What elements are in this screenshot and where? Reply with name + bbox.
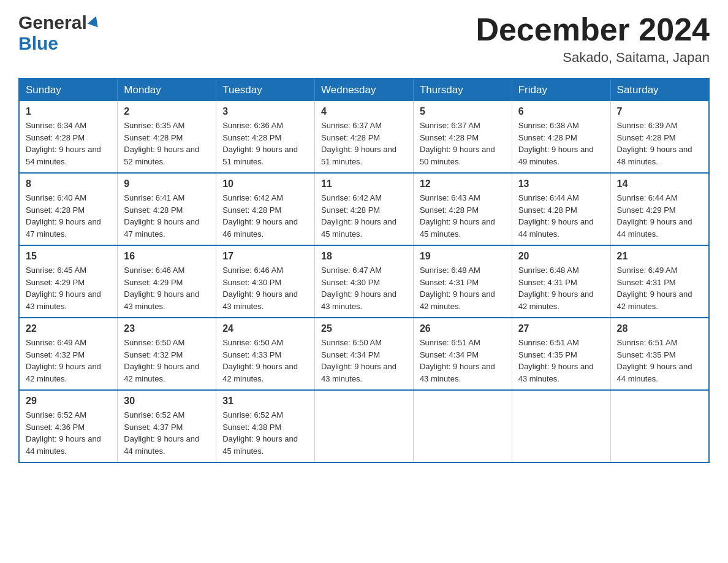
calendar-header-sunday: Sunday [19,79,118,101]
calendar-cell: 31 Sunrise: 6:52 AMSunset: 4:38 PMDaylig… [216,390,315,462]
calendar-week-row: 22 Sunrise: 6:49 AMSunset: 4:32 PMDaylig… [19,318,709,390]
page-header: General Blue December 2024 Sakado, Saita… [18,12,710,66]
day-info: Sunrise: 6:48 AMSunset: 4:31 PMDaylight:… [518,264,604,312]
calendar-cell: 9 Sunrise: 6:41 AMSunset: 4:28 PMDayligh… [118,173,216,245]
day-info: Sunrise: 6:40 AMSunset: 4:28 PMDaylight:… [26,192,111,240]
calendar-cell: 21 Sunrise: 6:49 AMSunset: 4:31 PMDaylig… [610,245,709,318]
day-number: 8 [26,178,111,190]
day-info: Sunrise: 6:52 AMSunset: 4:36 PMDaylight:… [26,409,111,457]
day-info: Sunrise: 6:37 AMSunset: 4:28 PMDaylight:… [321,120,407,167]
day-number: 30 [124,396,210,407]
day-info: Sunrise: 6:35 AMSunset: 4:28 PMDaylight:… [124,120,210,167]
calendar-cell: 30 Sunrise: 6:52 AMSunset: 4:37 PMDaylig… [118,390,216,462]
day-info: Sunrise: 6:46 AMSunset: 4:30 PMDaylight:… [222,264,308,312]
day-info: Sunrise: 6:52 AMSunset: 4:37 PMDaylight:… [124,409,210,457]
day-number: 7 [617,106,702,117]
calendar-cell: 27 Sunrise: 6:51 AMSunset: 4:35 PMDaylig… [512,318,610,390]
day-number: 11 [321,178,407,190]
day-info: Sunrise: 6:51 AMSunset: 4:34 PMDaylight:… [420,337,506,385]
calendar-header-wednesday: Wednesday [315,79,414,101]
day-info: Sunrise: 6:37 AMSunset: 4:28 PMDaylight:… [420,120,506,167]
calendar-cell: 28 Sunrise: 6:51 AMSunset: 4:35 PMDaylig… [610,318,709,390]
day-info: Sunrise: 6:52 AMSunset: 4:38 PMDaylight:… [222,409,308,457]
calendar-header-saturday: Saturday [610,79,709,101]
calendar-cell: 22 Sunrise: 6:49 AMSunset: 4:32 PMDaylig… [19,318,118,390]
calendar-cell: 15 Sunrise: 6:45 AMSunset: 4:29 PMDaylig… [19,245,118,318]
calendar-header-friday: Friday [512,79,610,101]
calendar-week-row: 8 Sunrise: 6:40 AMSunset: 4:28 PMDayligh… [19,173,709,245]
day-info: Sunrise: 6:50 AMSunset: 4:33 PMDaylight:… [222,337,308,385]
calendar-header-monday: Monday [118,79,216,101]
day-number: 9 [124,178,210,190]
day-number: 31 [222,396,308,407]
day-info: Sunrise: 6:43 AMSunset: 4:28 PMDaylight:… [420,192,506,240]
day-info: Sunrise: 6:42 AMSunset: 4:28 PMDaylight:… [222,192,308,240]
calendar-cell: 24 Sunrise: 6:50 AMSunset: 4:33 PMDaylig… [216,318,315,390]
logo-general-text: General [18,12,87,33]
day-number: 29 [26,396,111,407]
calendar-cell: 13 Sunrise: 6:44 AMSunset: 4:28 PMDaylig… [512,173,610,245]
day-number: 21 [617,251,702,262]
day-number: 12 [420,178,506,190]
day-number: 26 [420,323,506,334]
calendar-header-row: SundayMondayTuesdayWednesdayThursdayFrid… [19,79,709,101]
logo-triangle-icon [88,14,101,27]
calendar-cell: 8 Sunrise: 6:40 AMSunset: 4:28 PMDayligh… [19,173,118,245]
day-info: Sunrise: 6:49 AMSunset: 4:31 PMDaylight:… [617,264,702,312]
day-number: 28 [617,323,702,334]
day-number: 17 [222,251,308,262]
calendar-cell: 18 Sunrise: 6:47 AMSunset: 4:30 PMDaylig… [315,245,414,318]
day-number: 14 [617,178,702,190]
calendar-cell: 14 Sunrise: 6:44 AMSunset: 4:29 PMDaylig… [610,173,709,245]
day-info: Sunrise: 6:46 AMSunset: 4:29 PMDaylight:… [124,264,210,312]
day-number: 5 [420,106,506,117]
day-number: 22 [26,323,111,334]
day-number: 19 [420,251,506,262]
day-number: 10 [222,178,308,190]
day-info: Sunrise: 6:39 AMSunset: 4:28 PMDaylight:… [617,120,702,167]
day-info: Sunrise: 6:47 AMSunset: 4:30 PMDaylight:… [321,264,407,312]
calendar-cell: 3 Sunrise: 6:36 AMSunset: 4:28 PMDayligh… [216,101,315,173]
day-number: 18 [321,251,407,262]
day-info: Sunrise: 6:45 AMSunset: 4:29 PMDaylight:… [26,264,111,312]
title-block: December 2024 Sakado, Saitama, Japan [476,12,710,66]
day-info: Sunrise: 6:34 AMSunset: 4:28 PMDaylight:… [26,120,111,167]
calendar-cell [315,390,414,462]
calendar-cell: 26 Sunrise: 6:51 AMSunset: 4:34 PMDaylig… [413,318,512,390]
calendar-cell: 4 Sunrise: 6:37 AMSunset: 4:28 PMDayligh… [315,101,414,173]
calendar-table: SundayMondayTuesdayWednesdayThursdayFrid… [18,78,710,463]
day-info: Sunrise: 6:38 AMSunset: 4:28 PMDaylight:… [518,120,604,167]
day-number: 3 [222,106,308,117]
day-number: 1 [26,106,111,117]
calendar-cell: 29 Sunrise: 6:52 AMSunset: 4:36 PMDaylig… [19,390,118,462]
day-info: Sunrise: 6:49 AMSunset: 4:32 PMDaylight:… [26,337,111,385]
location-text: Sakado, Saitama, Japan [476,50,710,66]
calendar-cell: 20 Sunrise: 6:48 AMSunset: 4:31 PMDaylig… [512,245,610,318]
day-info: Sunrise: 6:44 AMSunset: 4:29 PMDaylight:… [617,192,702,240]
day-info: Sunrise: 6:44 AMSunset: 4:28 PMDaylight:… [518,192,604,240]
calendar-cell: 16 Sunrise: 6:46 AMSunset: 4:29 PMDaylig… [118,245,216,318]
calendar-cell: 7 Sunrise: 6:39 AMSunset: 4:28 PMDayligh… [610,101,709,173]
day-number: 2 [124,106,210,117]
month-title: December 2024 [476,12,710,47]
calendar-cell: 19 Sunrise: 6:48 AMSunset: 4:31 PMDaylig… [413,245,512,318]
calendar-cell: 11 Sunrise: 6:42 AMSunset: 4:28 PMDaylig… [315,173,414,245]
day-number: 20 [518,251,604,262]
logo: General Blue [18,12,100,54]
day-number: 27 [518,323,604,334]
calendar-cell: 17 Sunrise: 6:46 AMSunset: 4:30 PMDaylig… [216,245,315,318]
calendar-week-row: 1 Sunrise: 6:34 AMSunset: 4:28 PMDayligh… [19,101,709,173]
day-number: 15 [26,251,111,262]
logo-blue-text: Blue [18,33,58,53]
calendar-cell: 10 Sunrise: 6:42 AMSunset: 4:28 PMDaylig… [216,173,315,245]
day-info: Sunrise: 6:41 AMSunset: 4:28 PMDaylight:… [124,192,210,240]
day-info: Sunrise: 6:36 AMSunset: 4:28 PMDaylight:… [222,120,308,167]
calendar-cell: 1 Sunrise: 6:34 AMSunset: 4:28 PMDayligh… [19,101,118,173]
day-number: 4 [321,106,407,117]
calendar-cell: 6 Sunrise: 6:38 AMSunset: 4:28 PMDayligh… [512,101,610,173]
calendar-header-thursday: Thursday [413,79,512,101]
day-number: 16 [124,251,210,262]
day-number: 13 [518,178,604,190]
calendar-cell: 12 Sunrise: 6:43 AMSunset: 4:28 PMDaylig… [413,173,512,245]
calendar-cell: 2 Sunrise: 6:35 AMSunset: 4:28 PMDayligh… [118,101,216,173]
